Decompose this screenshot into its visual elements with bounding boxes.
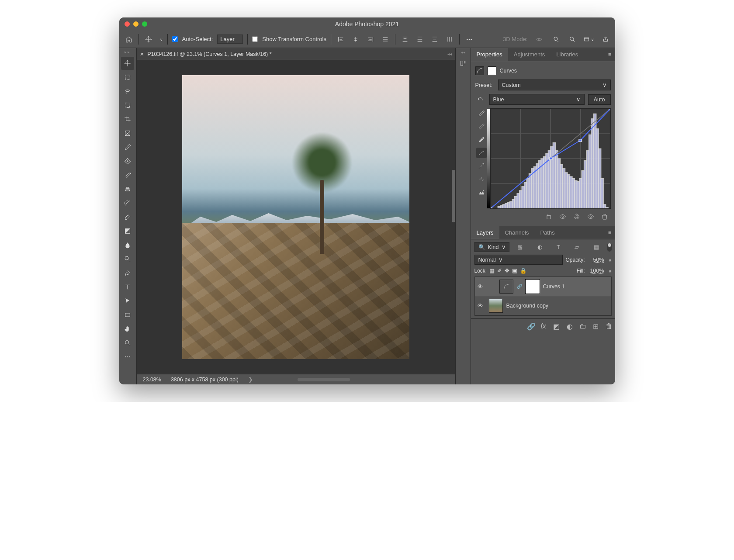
preset-dropdown[interactable]: Custom∨ (498, 80, 611, 90)
curve-point-tool-icon[interactable] (476, 148, 487, 158)
distribute-spacing-icon[interactable] (444, 34, 455, 45)
brush-tool[interactable] (121, 169, 134, 182)
close-window-button[interactable] (125, 21, 130, 27)
workspace-switcher-icon[interactable] (584, 34, 594, 45)
zoom-level[interactable]: 23.08% (143, 377, 161, 383)
layer-mask-thumbnail[interactable] (526, 280, 540, 294)
add-mask-icon[interactable]: ◩ (553, 322, 560, 331)
lock-position-icon[interactable]: ✥ (505, 267, 509, 274)
curves-graph[interactable] (490, 108, 611, 209)
align-left-edges-icon[interactable] (336, 34, 346, 45)
hand-tool[interactable] (121, 322, 134, 335)
auto-select-target-dropdown[interactable]: Layer (217, 35, 243, 44)
quick-selection-tool[interactable] (121, 99, 134, 112)
canvas-area[interactable] (137, 60, 455, 374)
new-layer-icon[interactable]: ⊞ (592, 322, 599, 331)
preview-toggle-icon[interactable] (586, 212, 595, 221)
frame-tool[interactable] (121, 127, 134, 140)
layers-panel-menu-icon[interactable]: ≡ (608, 229, 612, 236)
layer-filter-kind-dropdown[interactable]: 🔍 Kind ∨ (474, 242, 509, 252)
search-icon[interactable] (567, 34, 578, 45)
clip-to-layer-icon[interactable] (544, 212, 553, 221)
rectangular-marquee-tool[interactable] (121, 71, 134, 84)
filter-pixel-icon[interactable]: ▧ (517, 244, 523, 250)
layer-name[interactable]: Curves 1 (543, 283, 609, 290)
dodge-tool[interactable] (121, 252, 134, 266)
distribute-vertical-icon[interactable] (415, 34, 425, 45)
rectangle-tool[interactable] (121, 308, 134, 321)
smooth-curve-icon[interactable] (476, 174, 487, 184)
filter-shape-icon[interactable]: ▱ (575, 244, 579, 250)
fill-slider-toggle[interactable] (607, 268, 612, 274)
delete-layer-icon[interactable]: 🗑 (606, 322, 613, 331)
channel-dropdown[interactable]: Blue∨ (489, 94, 585, 105)
document-tab-title[interactable]: P1034126.tif @ 23.1% (Curves 1, Layer Ma… (147, 51, 271, 57)
target-adjustment-tool-icon[interactable] (475, 94, 486, 105)
blend-mode-dropdown[interactable]: Normal∨ (474, 255, 563, 265)
layer-effects-icon[interactable]: fx (540, 322, 547, 331)
cloud-docs-icon[interactable] (550, 34, 561, 45)
tool-preset-dropdown[interactable] (158, 36, 163, 42)
tab-layers[interactable]: Layers (471, 226, 499, 239)
delete-adjustment-icon[interactable] (600, 212, 609, 221)
status-menu-chevron[interactable]: ❯ (248, 376, 253, 383)
toggle-visibility-icon[interactable] (558, 212, 567, 221)
white-point-eyedropper-icon[interactable] (476, 108, 487, 119)
opacity-value[interactable]: 50% (588, 257, 604, 263)
blur-tool[interactable] (121, 239, 134, 252)
zoom-tool[interactable] (121, 336, 134, 349)
lock-pixels-icon[interactable]: ✐ (497, 267, 502, 274)
auto-button[interactable]: Auto (588, 94, 611, 105)
auto-select-checkbox[interactable] (172, 36, 178, 42)
gray-point-eyedropper-icon[interactable] (476, 121, 487, 132)
visibility-toggle-icon[interactable]: 👁 (478, 303, 485, 309)
lock-transparency-icon[interactable]: ▩ (489, 267, 495, 274)
pen-tool[interactable] (121, 266, 134, 280)
filter-smart-icon[interactable]: ▦ (594, 244, 599, 250)
tab-adjustments[interactable]: Adjustments (508, 48, 551, 61)
tab-properties[interactable]: Properties (471, 48, 508, 61)
layer-row[interactable]: 👁 🔗 Curves 1 (475, 277, 611, 296)
close-document-button[interactable]: × (140, 50, 144, 58)
move-tool-icon[interactable] (143, 34, 154, 45)
show-transform-checkbox[interactable] (252, 36, 258, 42)
document-canvas[interactable] (182, 75, 409, 359)
adjustment-thumbnail[interactable] (499, 280, 513, 294)
link-layers-icon[interactable]: 🔗 (527, 322, 534, 331)
black-point-eyedropper-icon[interactable] (476, 135, 487, 145)
history-panel-icon[interactable] (457, 57, 469, 69)
type-tool[interactable] (121, 280, 134, 294)
align-right-edges-icon[interactable] (365, 34, 376, 45)
edit-toolbar-button[interactable] (121, 350, 134, 363)
history-brush-tool[interactable] (121, 197, 134, 210)
vertical-scrollbar[interactable] (452, 170, 455, 222)
mask-link-icon[interactable]: 🔗 (517, 284, 522, 289)
home-button[interactable] (124, 34, 134, 45)
fill-value[interactable]: 100% (588, 268, 604, 274)
titlebar[interactable]: Adobe Photoshop 2021 (119, 17, 615, 31)
clone-stamp-tool[interactable] (121, 183, 134, 196)
gradient-tool[interactable] (121, 225, 134, 238)
lock-all-icon[interactable]: 🔒 (520, 267, 527, 274)
share-icon[interactable] (600, 34, 611, 45)
layer-mask-badge[interactable] (488, 66, 496, 75)
toolbox-grip[interactable]: ▸▸ (125, 50, 131, 56)
filter-toggle[interactable] (607, 243, 612, 252)
align-stack-icon[interactable] (380, 34, 391, 45)
spot-healing-brush-tool[interactable] (121, 155, 134, 168)
tab-channels[interactable]: Channels (499, 226, 535, 239)
distribute-bottom-icon[interactable] (429, 34, 440, 45)
zoom-window-button[interactable] (142, 21, 147, 27)
visibility-toggle-icon[interactable]: 👁 (478, 283, 485, 290)
lasso-tool[interactable] (121, 85, 134, 98)
tabbar-collapse-grip[interactable]: ◂◂ (447, 52, 452, 56)
panel-menu-icon[interactable]: ≡ (608, 51, 612, 58)
layer-thumbnail[interactable] (489, 299, 503, 313)
distribute-top-icon[interactable] (400, 34, 410, 45)
filter-type-icon[interactable]: T (557, 244, 560, 250)
curve-draw-tool-icon[interactable] (476, 161, 487, 171)
document-dimensions[interactable]: 3806 px x 4758 px (300 ppi) (171, 377, 239, 383)
opacity-slider-toggle[interactable] (607, 257, 612, 263)
horizontal-scrollbar[interactable] (298, 378, 350, 381)
path-selection-tool[interactable] (121, 294, 134, 308)
